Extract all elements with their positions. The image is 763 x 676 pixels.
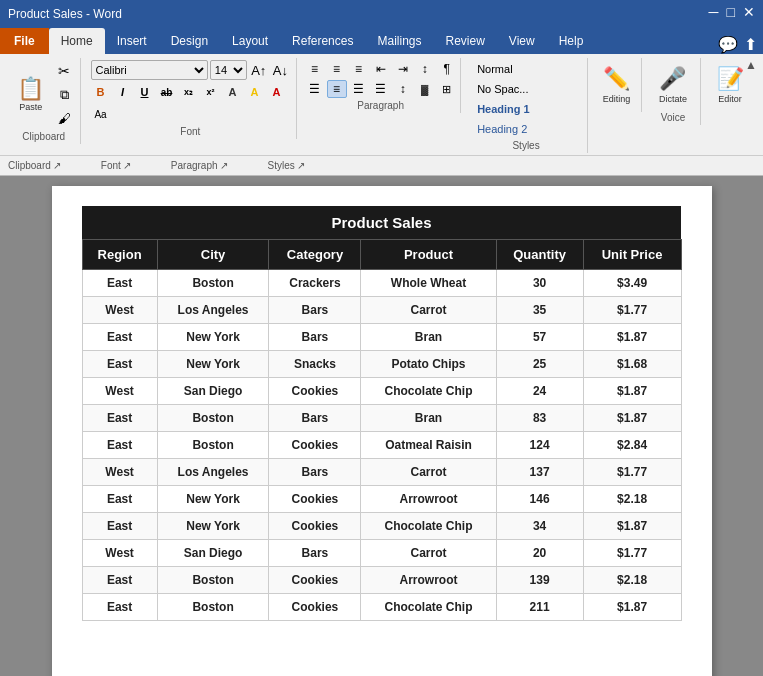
style-heading1[interactable]: Heading 1 <box>471 100 536 118</box>
editor-label: Editor <box>718 94 742 104</box>
close-icon[interactable]: ✕ <box>743 4 755 20</box>
format-painter-button[interactable]: 🖌 <box>52 108 76 129</box>
cell-12-5: $1.87 <box>583 594 681 621</box>
cell-1-4: 35 <box>496 297 583 324</box>
change-case-button[interactable]: Aa <box>91 104 111 124</box>
editing-button[interactable]: ✏️ Editing <box>597 60 637 110</box>
tab-view[interactable]: View <box>497 28 547 54</box>
text-effects-button[interactable]: A <box>223 82 243 102</box>
bullets-button[interactable]: ≡ <box>305 60 325 78</box>
tab-home[interactable]: Home <box>49 28 105 54</box>
ribbon: 📋 Paste ✂ ⧉ 🖌 Clipboard Calibri <box>0 54 763 156</box>
tab-insert[interactable]: Insert <box>105 28 159 54</box>
paragraph-section[interactable]: Paragraph ↗ <box>171 160 228 171</box>
cell-6-0: East <box>82 432 157 459</box>
header-product: Product <box>361 240 496 270</box>
tab-layout[interactable]: Layout <box>220 28 280 54</box>
subscript-button[interactable]: x₂ <box>179 82 199 102</box>
style-normal[interactable]: Normal <box>471 60 518 78</box>
tab-help[interactable]: Help <box>547 28 596 54</box>
editing-group: ✏️ Editing <box>592 58 642 112</box>
multilevel-button[interactable]: ≡ <box>349 60 369 78</box>
share-icon[interactable]: ⬆ <box>744 35 757 54</box>
underline-button[interactable]: U <box>135 82 155 102</box>
collapse-ribbon-button[interactable]: ▲ <box>745 58 757 72</box>
minimize-icon[interactable]: ─ <box>709 4 719 20</box>
cell-7-5: $1.77 <box>583 459 681 486</box>
cell-10-1: San Diego <box>157 540 269 567</box>
cell-2-5: $1.87 <box>583 324 681 351</box>
paragraph-mark-button[interactable]: ¶ <box>437 60 457 78</box>
italic-button[interactable]: I <box>113 82 133 102</box>
align-center-button[interactable]: ≡ <box>327 80 347 98</box>
voice-group: 🎤 Dictate Voice <box>646 58 701 125</box>
cut-button[interactable]: ✂ <box>52 60 76 82</box>
app-title: Product Sales - Word <box>8 7 122 21</box>
style-heading2[interactable]: Heading 2 <box>471 120 533 138</box>
text-highlight-button[interactable]: A <box>245 82 265 102</box>
cell-9-4: 34 <box>496 513 583 540</box>
strikethrough-button[interactable]: ab <box>157 82 177 102</box>
cell-3-4: 25 <box>496 351 583 378</box>
cell-11-1: Boston <box>157 567 269 594</box>
tab-review[interactable]: Review <box>433 28 496 54</box>
cell-11-5: $2.18 <box>583 567 681 594</box>
cell-8-1: New York <box>157 486 269 513</box>
numbering-button[interactable]: ≡ <box>327 60 347 78</box>
dictate-button[interactable]: 🎤 Dictate <box>653 60 693 110</box>
cell-1-3: Carrot <box>361 297 496 324</box>
font-section[interactable]: Font ↗ <box>101 160 131 171</box>
cell-6-2: Cookies <box>269 432 361 459</box>
editing-label: Editing <box>603 94 631 104</box>
comments-icon[interactable]: 💬 <box>718 35 738 54</box>
cell-9-2: Cookies <box>269 513 361 540</box>
cell-11-2: Cookies <box>269 567 361 594</box>
editor-button[interactable]: 📝 Editor <box>711 60 750 110</box>
copy-button[interactable]: ⧉ <box>52 84 76 106</box>
table-row: WestLos AngelesBarsCarrot137$1.77 <box>82 459 681 486</box>
grow-font-button[interactable]: A↑ <box>249 60 269 80</box>
tab-file[interactable]: File <box>0 28 49 54</box>
table-header-row: Region City Category Product Quantity Un… <box>82 240 681 270</box>
table-row: EastNew YorkCookiesChocolate Chip34$1.87 <box>82 513 681 540</box>
document-area[interactable]: Product Sales Region City Category Produ… <box>0 176 763 676</box>
font-size-select[interactable]: 14 <box>210 60 247 80</box>
tab-mailings[interactable]: Mailings <box>365 28 433 54</box>
cell-7-4: 137 <box>496 459 583 486</box>
restore-icon[interactable]: □ <box>727 4 735 20</box>
tab-design[interactable]: Design <box>159 28 220 54</box>
decrease-indent-button[interactable]: ⇤ <box>371 60 391 78</box>
sort-button[interactable]: ↕ <box>415 60 435 78</box>
editor-icon: 📝 <box>717 66 744 92</box>
clipboard-section[interactable]: Clipboard ↗ <box>8 160 61 171</box>
shading-button[interactable]: ▓ <box>415 80 435 98</box>
line-spacing-button[interactable]: ↕ <box>393 80 413 98</box>
font-label: Font <box>180 126 200 137</box>
cell-12-3: Chocolate Chip <box>361 594 496 621</box>
shrink-font-button[interactable]: A↓ <box>271 60 291 80</box>
style-no-space[interactable]: No Spac... <box>471 80 534 98</box>
superscript-button[interactable]: x² <box>201 82 221 102</box>
cell-4-4: 24 <box>496 378 583 405</box>
cell-0-2: Crackers <box>269 270 361 297</box>
font-color-button[interactable]: A <box>267 82 287 102</box>
justify-button[interactable]: ☰ <box>371 80 391 98</box>
cell-6-5: $2.84 <box>583 432 681 459</box>
increase-indent-button[interactable]: ⇥ <box>393 60 413 78</box>
cell-1-2: Bars <box>269 297 361 324</box>
paste-button[interactable]: 📋 Paste <box>11 70 50 120</box>
table-row: EastNew YorkCookiesArrowroot146$2.18 <box>82 486 681 513</box>
cell-3-5: $1.68 <box>583 351 681 378</box>
styles-section[interactable]: Styles ↗ <box>268 160 305 171</box>
cell-7-3: Carrot <box>361 459 496 486</box>
cell-10-3: Carrot <box>361 540 496 567</box>
cell-5-4: 83 <box>496 405 583 432</box>
table-row: EastBostonCrackersWhole Wheat30$3.49 <box>82 270 681 297</box>
tab-references[interactable]: References <box>280 28 365 54</box>
cell-5-1: Boston <box>157 405 269 432</box>
font-name-select[interactable]: Calibri <box>91 60 208 80</box>
bold-button[interactable]: B <box>91 82 111 102</box>
borders-button[interactable]: ⊞ <box>437 80 457 98</box>
align-right-button[interactable]: ☰ <box>349 80 369 98</box>
align-left-button[interactable]: ☰ <box>305 80 325 98</box>
